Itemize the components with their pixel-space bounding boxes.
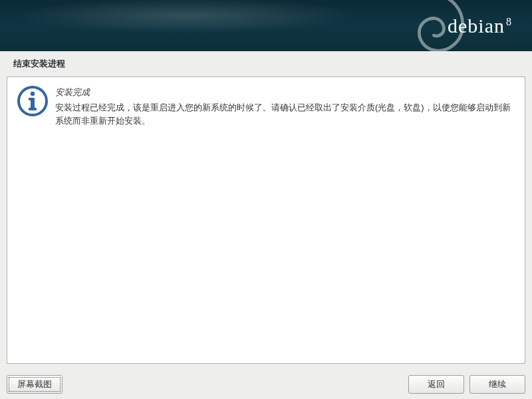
message-body: 安装过程已经完成，该是重启进入您的新系统的时候了。请确认已经取出了安装介质(光盘… [55, 101, 515, 127]
brand-name: debian [448, 15, 505, 37]
svg-rect-3 [29, 98, 35, 100]
continue-button[interactable]: 继续 [469, 375, 525, 394]
brand-version: 8 [506, 16, 512, 27]
content-panel: 安装完成 安装过程已经完成，该是重启进入您的新系统的时候了。请确认已经取出了安装… [7, 76, 525, 364]
back-button[interactable]: 返回 [408, 375, 464, 394]
message-heading: 安装完成 [55, 86, 515, 98]
svg-point-1 [31, 92, 35, 96]
screenshot-button[interactable]: 屏幕截图 [7, 375, 63, 394]
message-text: 安装完成 安装过程已经完成，该是重启进入您的新系统的时候了。请确认已经取出了安装… [55, 85, 515, 127]
page-title: 结束安装进程 [0, 51, 532, 76]
header-banner: debian8 [0, 0, 532, 51]
debian-logo-text: debian8 [448, 15, 512, 37]
footer-bar: 屏幕截图 返回 继续 [0, 370, 532, 399]
message-row: 安装完成 安装过程已经完成，该是重启进入您的新系统的时候了。请确认已经取出了安装… [17, 85, 515, 127]
svg-rect-4 [29, 108, 37, 110]
info-icon [17, 85, 49, 117]
